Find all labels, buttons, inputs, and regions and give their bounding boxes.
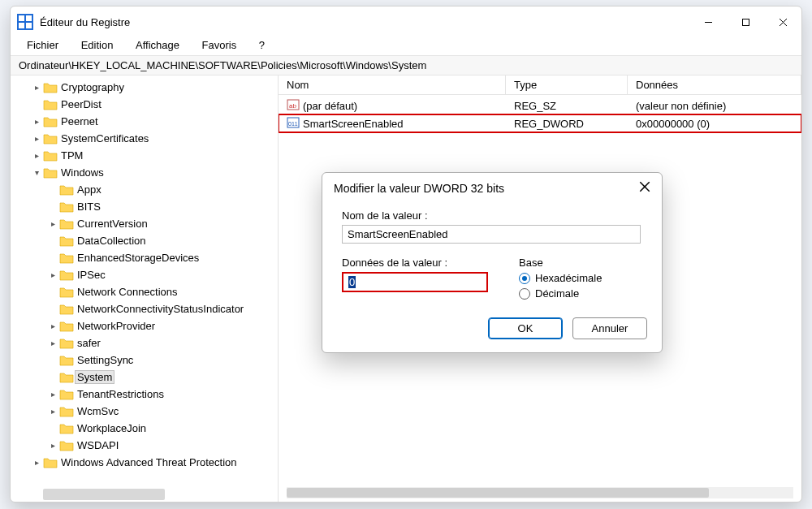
chevron-icon: ▸ [46,270,59,279]
tree-item-label: Network Connections [77,286,178,298]
base-label: Base [519,257,642,269]
tree-item[interactable]: ▸TPM [14,147,278,164]
menu-favorites[interactable]: Favoris [194,37,245,53]
list-row[interactable]: 011SmartScreenEnabledREG_DWORD0x00000000… [279,114,801,132]
menu-help[interactable]: ? [251,37,273,53]
list-row[interactable]: ab(par défaut)REG_SZ(valeur non définie) [279,97,801,114]
chevron-icon: ▸ [46,390,59,399]
tree-item[interactable]: NetworkConnectivityStatusIndicator [14,300,278,317]
menu-edit[interactable]: Edition [73,37,122,53]
tree-item-label: TenantRestrictions [77,388,164,400]
cell-data: (valeur non définie) [628,100,801,112]
chevron-icon: ▸ [46,219,59,228]
tree-item-label: EnhancedStorageDevices [77,252,199,264]
radio-dot-icon [519,288,530,300]
tree-item[interactable]: ▸NetworkProvider [14,317,278,334]
tree-item[interactable]: Appx [14,181,278,198]
tree-item-label: Peernet [61,115,98,127]
chevron-icon: ▸ [30,151,43,160]
tree-item-label: BITS [77,201,101,213]
tree-item[interactable]: ▸WSDAPI [14,437,278,454]
chevron-icon: ▾ [30,168,43,177]
tree-horizontal-scrollbar-thumb[interactable] [43,489,165,500]
tree-item[interactable]: ▸safer [14,334,278,352]
tree-item[interactable]: SettingSync [14,352,278,369]
data-label: Données de la valeur : [342,257,495,269]
dialog-title: Modifier la valeur DWORD 32 bits [334,182,504,195]
ok-button[interactable]: OK [488,317,563,339]
tree-item[interactable]: PeerDist [14,96,278,113]
minimize-button[interactable] [689,9,727,35]
close-button[interactable] [764,9,801,35]
tree-item-label: NetworkProvider [77,320,155,332]
svg-rect-4 [26,23,32,28]
name-field: SmartScreenEnabled [342,225,641,244]
tree-item[interactable]: EnhancedStorageDevices [14,249,278,266]
chevron-icon: ▸ [30,83,43,92]
menu-view[interactable]: Affichage [127,37,188,53]
value-icon: 011 [287,116,300,132]
radio-dec[interactable]: Décimale [519,287,642,300]
tree-item-label: Windows [61,166,104,179]
tree-item-label: Cryptography [61,81,124,93]
cell-name: ab(par défaut) [279,98,506,114]
tree-item[interactable]: Network Connections [14,283,278,300]
tree-item-label: PeerDist [61,98,102,110]
name-label: Nom de la valeur : [342,209,642,222]
tree-item-label: SettingSync [77,354,133,366]
cell-name: 011SmartScreenEnabled [279,116,506,132]
svg-rect-2 [26,15,32,21]
col-data[interactable]: Données [628,75,801,94]
chevron-icon: ▸ [30,458,43,467]
svg-rect-1 [19,15,24,21]
tree-item-label: CurrentVersion [77,218,148,230]
tree-item[interactable]: ▸WcmSvc [14,403,278,420]
tree-item[interactable]: DataCollection [14,232,278,249]
maximize-button[interactable] [727,9,764,35]
radio-dot-icon [519,273,530,284]
address-path: Ordinateur\HKEY_LOCAL_MACHINE\SOFTWARE\P… [19,59,426,71]
chevron-icon: ▸ [46,441,59,450]
cell-data: 0x00000000 (0) [628,118,801,130]
cancel-button[interactable]: Annuler [572,317,647,339]
radio-hex[interactable]: Hexadécimale [519,272,642,284]
chevron-icon: ▸ [46,339,59,347]
tree-item-label: SystemCertificates [61,132,149,145]
tree-item-label: NetworkConnectivityStatusIndicator [77,303,244,315]
tree-item[interactable]: ▾Windows [14,164,278,181]
chevron-icon: ▸ [30,134,43,143]
regedit-icon [17,14,33,30]
menu-bar: Fichier Edition Affichage Favoris ? [11,37,801,55]
tree-item[interactable]: BITS [14,198,278,215]
tree-item[interactable]: WorkplaceJoin [14,420,278,437]
list-horizontal-scrollbar[interactable] [279,487,793,498]
tree-item-label: System [75,370,114,384]
tree-item[interactable]: ▸IPSec [14,266,278,283]
col-name[interactable]: Nom [279,75,506,94]
value-data-input[interactable]: 0 [342,272,488,292]
tree-item-label: WcmSvc [77,405,119,417]
tree-item-label: safer [77,337,101,349]
dialog-titlebar: Modifier la valeur DWORD 32 bits [322,173,662,201]
tree-item[interactable]: ▸SystemCertificates [14,130,278,147]
tree-item-label: TPM [61,149,83,162]
list-header: Nom Type Données [279,75,801,95]
col-type[interactable]: Type [506,75,628,94]
svg-rect-3 [19,23,24,28]
tree-item[interactable]: ▸Cryptography [14,79,278,96]
tree-item[interactable]: ▸Peernet [14,113,278,130]
tree-item[interactable]: ▸TenantRestrictions [14,386,278,403]
tree-item-label: WorkplaceJoin [77,422,146,434]
menu-file[interactable]: Fichier [19,37,67,53]
tree-item[interactable]: ▸CurrentVersion [14,215,278,232]
tree-item-label: IPSec [77,269,106,281]
dialog-close-icon[interactable] [639,181,650,195]
window-title: Éditeur du Registre [40,16,130,28]
tree-item[interactable]: ▸Windows Advanced Threat Protection [14,454,278,471]
tree-item[interactable]: System [14,369,278,386]
cell-type: REG_DWORD [506,118,628,130]
edit-dword-dialog: Modifier la valeur DWORD 32 bits Nom de … [322,172,663,353]
address-bar[interactable]: Ordinateur\HKEY_LOCAL_MACHINE\SOFTWARE\P… [11,55,801,75]
cell-type: REG_SZ [506,100,628,112]
tree-panel[interactable]: ▸CryptographyPeerDist▸Peernet▸SystemCert… [11,75,279,502]
